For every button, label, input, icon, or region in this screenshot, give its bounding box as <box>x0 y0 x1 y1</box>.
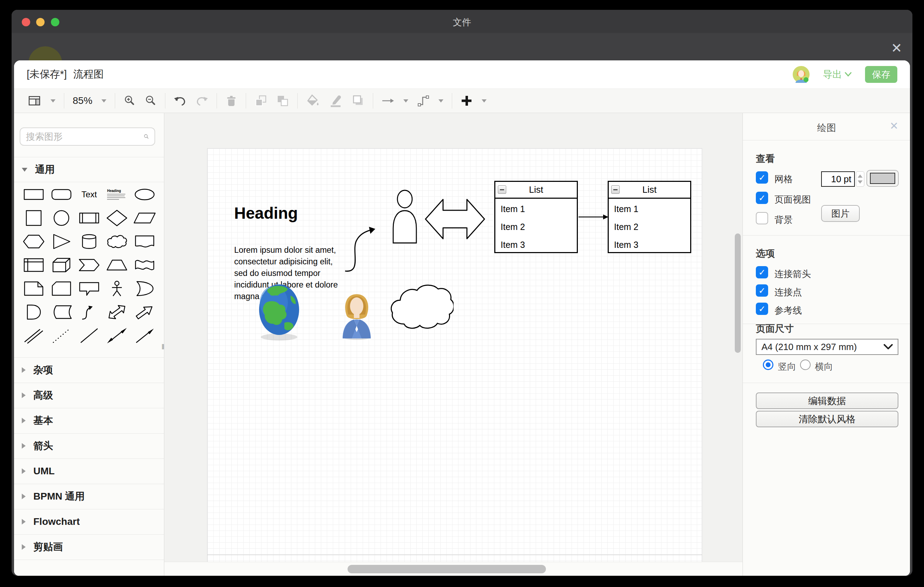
page-size-select[interactable]: A4 (210 mm x 297 mm) <box>756 339 898 355</box>
grid-checkbox[interactable]: ✓ <box>756 171 768 184</box>
shape-cloud-icon[interactable] <box>106 233 128 250</box>
shape-document-icon[interactable] <box>134 233 156 250</box>
fill-color-icon[interactable] <box>306 94 320 107</box>
overlay-close-icon[interactable]: ✕ <box>891 41 902 55</box>
to-back-icon[interactable] <box>276 94 289 107</box>
insert-plus-icon[interactable] <box>460 95 472 107</box>
canvas-cloud-shape[interactable] <box>388 280 454 333</box>
shadow-icon[interactable] <box>352 94 365 107</box>
list-item[interactable]: Item 2 <box>609 218 690 236</box>
undo-icon[interactable] <box>174 95 186 106</box>
shape-cylinder-icon[interactable] <box>78 233 101 250</box>
collapse-icon[interactable] <box>611 185 620 194</box>
connection-arrow-caret[interactable] <box>403 99 408 102</box>
shape-square-icon[interactable] <box>23 209 45 226</box>
shape-tape-icon[interactable] <box>134 257 156 274</box>
list-item[interactable]: Item 3 <box>495 236 577 254</box>
guides-checkbox[interactable]: ✓ <box>756 303 768 315</box>
sidebar-section-uml[interactable]: UML <box>14 459 164 483</box>
sidebar-section-clipart[interactable]: 剪贴画 <box>14 535 164 559</box>
shape-internal-storage-icon[interactable] <box>23 257 45 274</box>
shape-hexagon-icon[interactable] <box>23 233 45 250</box>
clear-default-style-button[interactable]: 清除默认风格 <box>756 411 898 427</box>
search-icon[interactable] <box>144 131 149 142</box>
shape-curve-icon[interactable] <box>78 304 101 320</box>
shape-link-icon[interactable] <box>23 327 45 344</box>
redo-icon[interactable] <box>196 95 208 106</box>
canvas-person-shape[interactable] <box>391 190 418 244</box>
shape-text-icon[interactable]: Text <box>81 190 97 200</box>
grid-size-input[interactable] <box>821 171 855 187</box>
user-avatar[interactable] <box>793 66 810 83</box>
view-layout-icon[interactable] <box>28 95 41 107</box>
shape-trapezoid-icon[interactable] <box>106 257 128 274</box>
canvas-list-box-2[interactable]: List Item 1 Item 2 Item 3 <box>608 181 691 253</box>
connector-style-icon[interactable] <box>417 94 429 107</box>
drawing-canvas[interactable]: Heading Lorem ipsum dolor sit amet, cons… <box>164 113 742 576</box>
stepper-down-icon[interactable] <box>858 180 863 184</box>
shape-rounded-rectangle-icon[interactable] <box>50 186 73 203</box>
canvas-heading-text[interactable]: Heading <box>234 204 298 223</box>
shape-diamond-icon[interactable] <box>106 209 128 226</box>
shape-actor-icon[interactable] <box>106 280 128 297</box>
search-input[interactable] <box>26 131 144 142</box>
shape-rectangle-icon[interactable] <box>23 186 45 203</box>
landscape-radio[interactable] <box>800 359 810 370</box>
connector-style-caret[interactable] <box>439 99 444 102</box>
shape-note-icon[interactable] <box>23 280 45 297</box>
collapse-icon[interactable] <box>498 185 506 194</box>
canvas-list-box-1[interactable]: List Item 1 Item 2 Item 3 <box>494 181 578 253</box>
background-image-button[interactable]: 图片 <box>821 205 860 222</box>
grid-size-stepper[interactable] <box>856 171 864 187</box>
shape-ellipse-icon[interactable] <box>134 186 156 203</box>
export-menu[interactable]: 导出 <box>823 68 852 81</box>
list-title-bar[interactable]: List <box>609 182 690 199</box>
line-color-icon[interactable] <box>328 94 343 107</box>
list-title-bar[interactable]: List <box>495 182 577 199</box>
shape-bidirectional-connection-icon[interactable] <box>106 327 128 344</box>
sidebar-section-flowchart[interactable]: Flowchart <box>14 510 164 534</box>
list-item[interactable]: Item 1 <box>609 200 690 218</box>
shape-callout-icon[interactable] <box>78 280 101 297</box>
shape-or-icon[interactable] <box>134 280 156 297</box>
background-checkbox[interactable] <box>756 212 768 224</box>
delete-icon[interactable] <box>225 95 237 107</box>
panel-close-icon[interactable]: ✕ <box>889 121 898 131</box>
canvas-curve-connector[interactable] <box>342 218 378 275</box>
connection-arrows-checkbox[interactable]: ✓ <box>756 266 768 279</box>
canvas-horizontal-scrollbar[interactable] <box>348 565 546 573</box>
shape-data-storage-icon[interactable] <box>50 304 73 320</box>
sidebar-section-arrows[interactable]: 箭头 <box>14 434 164 458</box>
shape-arrow-icon[interactable] <box>134 304 156 320</box>
page-view-checkbox[interactable]: ✓ <box>756 192 768 204</box>
portrait-radio[interactable] <box>763 359 774 370</box>
shape-card-icon[interactable] <box>50 280 73 297</box>
shape-textbox-icon[interactable]: Heading <box>107 189 127 200</box>
zoom-level-value[interactable]: 85% <box>73 95 92 106</box>
shape-step-icon[interactable] <box>78 257 101 274</box>
zoom-in-icon[interactable] <box>124 95 135 107</box>
zoom-out-icon[interactable] <box>145 95 157 107</box>
stepper-up-icon[interactable] <box>858 175 863 178</box>
sidebar-section-basic[interactable]: 基本 <box>14 408 164 433</box>
sidebar-section-general[interactable]: 通用 <box>14 157 164 182</box>
shape-parallelogram-icon[interactable] <box>134 209 156 226</box>
shape-and-icon[interactable] <box>23 304 45 320</box>
shape-directional-connection-icon[interactable] <box>134 327 156 344</box>
canvas-vertical-scrollbar[interactable] <box>735 234 741 353</box>
grid-color-swatch[interactable] <box>866 170 899 187</box>
connection-points-checkbox[interactable]: ✓ <box>756 284 768 297</box>
view-layout-caret[interactable] <box>51 99 56 102</box>
canvas-list-connector-arrow[interactable] <box>579 213 609 221</box>
canvas-globe-clipart[interactable] <box>257 282 301 342</box>
shape-line-icon[interactable] <box>78 327 101 344</box>
sidebar-section-advanced[interactable]: 高级 <box>14 383 164 407</box>
save-button[interactable]: 保存 <box>865 66 897 83</box>
shape-circle-icon[interactable] <box>50 209 73 226</box>
shape-dashed-line-icon[interactable] <box>50 327 73 344</box>
list-item[interactable]: Item 3 <box>609 236 690 254</box>
sidebar-section-misc[interactable]: 杂项 <box>14 358 164 383</box>
to-front-icon[interactable] <box>254 94 267 107</box>
shape-bidirectional-arrow-icon[interactable] <box>106 304 128 320</box>
canvas-double-arrow-shape[interactable] <box>424 192 485 246</box>
